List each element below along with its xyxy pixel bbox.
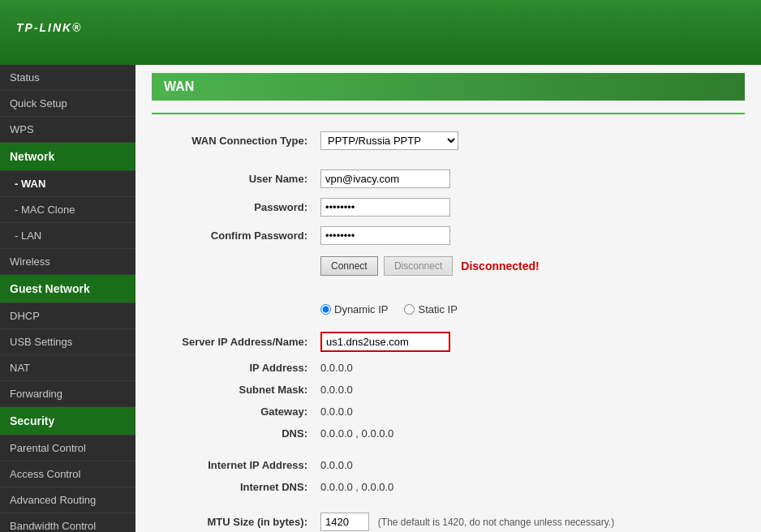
mtu-row: MTU Size (in bytes): (The default is 142… [152, 508, 745, 532]
username-row: User Name: [152, 165, 745, 193]
connect-row: Connect Disconnect Disconnected! [152, 250, 745, 282]
dynamic-ip-radio[interactable] [320, 304, 331, 315]
sidebar-label-nat: NAT [10, 362, 30, 374]
trademark: ® [72, 21, 82, 34]
dynamic-ip-label: Dynamic IP [334, 303, 388, 315]
ip-type-row: Dynamic IP Static IP [152, 292, 745, 327]
dns-row: DNS: 0.0.0.0 , 0.0.0.0 [152, 423, 745, 444]
server-ip-label: Server IP Address/Name: [152, 327, 314, 357]
gateway-label: Gateway: [152, 401, 314, 423]
sidebar-item-wireless[interactable]: Wireless [0, 249, 135, 275]
sidebar: StatusQuick SetupWPSNetwork- WAN- MAC Cl… [0, 65, 135, 532]
page-title: WAN [164, 79, 194, 93]
static-ip-option[interactable]: Static IP [404, 303, 457, 315]
sidebar-label-access-control: Access Control [10, 468, 80, 480]
connection-type-select[interactable]: PPTP/Russia PPTPDynamic IPStatic IPPPPoE… [320, 131, 458, 150]
sidebar-label-mac-clone: - MAC Clone [15, 204, 75, 216]
gateway-row: Gateway: 0.0.0.0 [152, 401, 745, 423]
disconnected-status: Disconnected! [461, 260, 539, 272]
connection-type-row: WAN Connection Type: PPTP/Russia PPTPDyn… [152, 127, 745, 155]
sidebar-item-quick-setup[interactable]: Quick Setup [0, 91, 135, 117]
sidebar-item-forwarding[interactable]: Forwarding [0, 381, 135, 407]
sidebar-item-bandwidth-control[interactable]: Bandwidth Control [0, 513, 135, 532]
sidebar-item-guest-network[interactable]: Guest Network [0, 275, 135, 303]
internet-ip-value: 0.0.0.0 [320, 459, 353, 471]
dns-value: 0.0.0.0 , 0.0.0.0 [320, 427, 393, 440]
username-value [314, 165, 745, 193]
server-ip-row: Server IP Address/Name: [152, 327, 745, 357]
sidebar-item-advanced-routing[interactable]: Advanced Routing [0, 487, 135, 513]
logo: TP-LINK® [16, 15, 83, 49]
sidebar-label-quick-setup: Quick Setup [10, 97, 67, 109]
internet-dns-row: Internet DNS: 0.0.0.0 , 0.0.0.0 [152, 476, 745, 498]
sidebar-item-wps[interactable]: WPS [0, 117, 135, 143]
sidebar-item-mac-clone[interactable]: - MAC Clone [0, 197, 135, 223]
internet-dns-label: Internet DNS: [152, 476, 314, 498]
ip-address-value: 0.0.0.0 [320, 362, 353, 374]
disconnect-button[interactable]: Disconnect [384, 256, 453, 276]
subnet-mask-row: Subnet Mask: 0.0.0.0 [152, 379, 745, 401]
gateway-value: 0.0.0.0 [320, 405, 353, 418]
sidebar-label-status: Status [10, 71, 40, 84]
sidebar-label-lan: - LAN [15, 230, 41, 242]
sidebar-item-nat[interactable]: NAT [0, 355, 135, 381]
sidebar-label-forwarding: Forwarding [10, 388, 62, 400]
ip-type-group: Dynamic IP Static IP [320, 297, 738, 322]
sidebar-label-bandwidth-control: Bandwidth Control [10, 520, 96, 532]
sidebar-item-security[interactable]: Security [0, 407, 135, 435]
sidebar-label-dhcp: DHCP [10, 310, 40, 322]
sidebar-label-advanced-routing: Advanced Routing [10, 494, 96, 506]
confirm-password-value [314, 221, 745, 250]
subnet-mask-value: 0.0.0.0 [320, 384, 353, 396]
internet-ip-row: Internet IP Address: 0.0.0.0 [152, 454, 745, 476]
password-label: Password: [152, 193, 314, 221]
subnet-mask-label: Subnet Mask: [152, 379, 314, 401]
connect-button[interactable]: Connect [320, 256, 378, 276]
connection-type-value: PPTP/Russia PPTPDynamic IPStatic IPPPPoE… [314, 127, 745, 155]
content-area: WAN WAN Connection Type: PPTP/Russia PPT… [135, 65, 761, 532]
sidebar-item-wan[interactable]: - WAN [0, 171, 135, 197]
confirm-password-input[interactable] [320, 226, 450, 245]
mtu-hint: (The default is 1420, do not change unle… [378, 517, 614, 528]
sidebar-label-network: Network [10, 150, 54, 163]
sidebar-label-guest-network: Guest Network [10, 282, 90, 295]
header: TP-LINK® [0, 0, 761, 65]
sidebar-label-wps: WPS [10, 123, 34, 135]
sidebar-item-lan[interactable]: - LAN [0, 223, 135, 249]
dynamic-ip-option[interactable]: Dynamic IP [320, 303, 388, 315]
username-label: User Name: [152, 165, 314, 193]
static-ip-label: Static IP [418, 303, 457, 315]
dns-label: DNS: [152, 423, 314, 444]
sidebar-label-wireless: Wireless [10, 255, 50, 268]
sidebar-item-usb-settings[interactable]: USB Settings [0, 329, 135, 355]
sidebar-item-parental-control[interactable]: Parental Control [0, 435, 135, 461]
confirm-password-row: Confirm Password: [152, 221, 745, 250]
sidebar-label-usb-settings: USB Settings [10, 336, 72, 348]
content-inner: WAN WAN Connection Type: PPTP/Russia PPT… [135, 65, 761, 532]
sidebar-item-status[interactable]: Status [0, 65, 135, 91]
static-ip-radio[interactable] [404, 304, 415, 315]
ip-address-label: IP Address: [152, 357, 314, 379]
password-value [314, 193, 745, 221]
connection-type-label: WAN Connection Type: [152, 127, 314, 155]
internet-ip-label: Internet IP Address: [152, 454, 314, 476]
sidebar-item-access-control[interactable]: Access Control [0, 461, 135, 487]
sidebar-label-parental-control: Parental Control [10, 442, 86, 454]
top-divider [152, 113, 745, 114]
password-input[interactable] [320, 198, 450, 217]
sidebar-label-security: Security [10, 414, 54, 427]
username-input[interactable] [320, 169, 450, 188]
logo-text: TP-LINK [16, 21, 72, 34]
main-area: StatusQuick SetupWPSNetwork- WAN- MAC Cl… [0, 65, 761, 532]
sidebar-item-network[interactable]: Network [0, 143, 135, 171]
sidebar-label-wan: - WAN [15, 178, 45, 190]
ip-address-row: IP Address: 0.0.0.0 [152, 357, 745, 379]
mtu-input[interactable] [320, 513, 369, 531]
password-row: Password: [152, 193, 745, 221]
server-ip-input[interactable] [320, 332, 450, 352]
internet-dns-value: 0.0.0.0 , 0.0.0.0 [320, 481, 393, 493]
sidebar-item-dhcp[interactable]: DHCP [0, 303, 135, 329]
confirm-password-label: Confirm Password: [152, 221, 314, 250]
wan-form: WAN Connection Type: PPTP/Russia PPTPDyn… [152, 127, 745, 532]
mtu-label: MTU Size (in bytes): [152, 508, 314, 532]
